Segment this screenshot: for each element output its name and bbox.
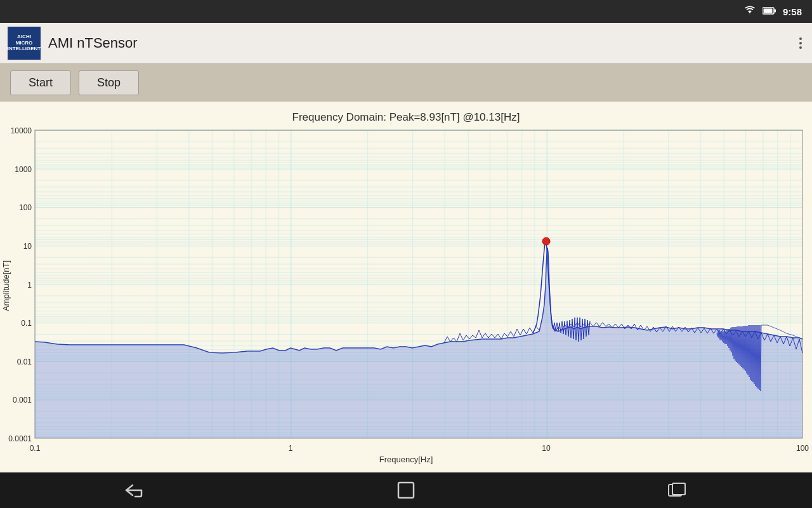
svg-rect-45 <box>672 483 685 495</box>
svg-point-42 <box>542 237 550 245</box>
svg-text:Frequency Domain: Peak=8.93[nT: Frequency Domain: Peak=8.93[nT] @10.13[H… <box>292 111 520 123</box>
time-display: 9:58 <box>783 6 802 17</box>
battery-icon <box>763 6 776 17</box>
svg-text:1: 1 <box>289 444 293 453</box>
svg-text:0.1: 0.1 <box>30 444 41 453</box>
svg-text:1000: 1000 <box>15 165 32 174</box>
nav-bar <box>0 472 812 508</box>
svg-text:10000: 10000 <box>11 126 32 135</box>
toolbar: Start Stop <box>0 64 812 102</box>
svg-text:10: 10 <box>23 242 32 251</box>
more-menu-button[interactable] <box>797 35 804 51</box>
svg-rect-43 <box>398 483 414 498</box>
svg-text:10: 10 <box>542 444 551 453</box>
svg-text:100: 100 <box>19 203 32 212</box>
home-button[interactable] <box>387 478 425 503</box>
wifi-icon <box>743 6 756 18</box>
svg-rect-1 <box>774 9 776 12</box>
svg-text:0.001: 0.001 <box>13 396 32 404</box>
chart-container: Frequency Domain: Peak=8.93[nT] @10.13[H… <box>0 102 812 472</box>
logo-line2: MICRO <box>16 40 33 46</box>
recent-apps-button[interactable] <box>658 478 696 503</box>
app-title: AMI nTSensor <box>48 35 797 51</box>
svg-text:100: 100 <box>796 444 809 453</box>
logo-line1: AICHI <box>17 34 31 40</box>
app-logo: AICHI MICRO INTELLIGENT <box>8 27 41 60</box>
svg-text:0.1: 0.1 <box>21 319 32 328</box>
status-bar: 9:58 <box>0 0 812 23</box>
start-button[interactable]: Start <box>10 70 71 95</box>
app-bar: AICHI MICRO INTELLIGENT AMI nTSensor <box>0 23 812 64</box>
logo-line3: INTELLIGENT <box>8 46 41 52</box>
stop-button[interactable]: Stop <box>79 70 139 95</box>
back-button[interactable] <box>116 478 154 503</box>
chart-svg: Frequency Domain: Peak=8.93[nT] @10.13[H… <box>0 102 812 472</box>
svg-rect-2 <box>763 8 772 13</box>
svg-text:0.01: 0.01 <box>17 358 32 366</box>
svg-text:0.0001: 0.0001 <box>8 434 32 443</box>
svg-text:Amplitude[nT]: Amplitude[nT] <box>1 260 11 311</box>
svg-text:Frequency[Hz]: Frequency[Hz] <box>379 455 433 464</box>
svg-text:1: 1 <box>27 281 32 290</box>
